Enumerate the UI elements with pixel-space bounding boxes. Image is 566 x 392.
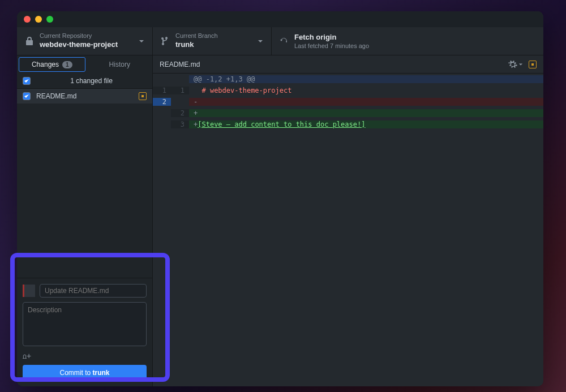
avatar [23, 285, 35, 297]
diff-pane: README.md @@ -1,2 +1,3 @@ 1 1 # webdev-t… [153, 55, 543, 386]
changed-files-summary: 1 changed file [36, 77, 147, 85]
fetch-label: Fetch origin [294, 33, 535, 42]
line-number-new: 1 [171, 87, 189, 94]
app-window: Current Repository webdev-theme-project … [17, 11, 543, 386]
line-number-new: 3 [171, 120, 189, 128]
changes-count-badge: 1 [62, 61, 72, 68]
minimize-icon[interactable] [35, 16, 42, 23]
diff-line[interactable]: # webdev-theme-project [189, 87, 543, 94]
diff-filename: README.md [160, 61, 503, 68]
sidebar-tabs: Changes 1 History [17, 55, 152, 74]
toolbar: Current Repository webdev-theme-project … [17, 27, 543, 55]
file-name: README.md [36, 92, 139, 100]
diff-line-added[interactable]: +[Steve — add content to this doc please… [189, 120, 543, 128]
chevron-down-icon [518, 60, 523, 69]
branch-icon [161, 37, 170, 46]
modified-icon [529, 61, 537, 68]
hunk-header: @@ -1,2 +1,3 @@ [189, 75, 543, 83]
modified-icon [139, 92, 147, 100]
sidebar: Changes 1 History 1 changed file README.… [17, 55, 153, 386]
line-number-old: 1 [153, 87, 171, 94]
close-icon[interactable] [24, 16, 31, 23]
titlebar [17, 11, 543, 27]
fetch-sub: Last fetched 7 minutes ago [294, 42, 535, 49]
current-branch-dropdown[interactable]: Current Branch trunk [153, 27, 272, 55]
file-row[interactable]: README.md [17, 89, 152, 104]
commit-summary-input[interactable] [40, 284, 147, 298]
tab-changes-label: Changes [32, 61, 59, 68]
sync-icon [280, 37, 289, 46]
branch-label: Current Branch [175, 32, 258, 40]
commit-description-input[interactable] [23, 302, 147, 346]
diff-line-deleted[interactable]: - [189, 98, 543, 106]
fetch-origin-button[interactable]: Fetch origin Last fetched 7 minutes ago [272, 27, 543, 55]
repo-label: Current Repository [40, 32, 139, 40]
commit-panel: ⩍+ Commit to trunk [17, 278, 152, 386]
add-coauthor-button[interactable]: ⩍+ [23, 351, 31, 360]
line-number-new: 2 [171, 109, 189, 117]
select-all-checkbox[interactable] [23, 77, 31, 85]
diff-line-added[interactable]: + [189, 109, 543, 117]
chevron-down-icon [139, 38, 144, 44]
file-checkbox[interactable] [23, 92, 31, 100]
branch-value: trunk [175, 40, 258, 50]
current-repository-dropdown[interactable]: Current Repository webdev-theme-project [17, 27, 153, 55]
line-number-old: 2 [153, 98, 171, 106]
tab-changes[interactable]: Changes 1 [19, 57, 85, 72]
changed-files-header: 1 changed file [17, 74, 152, 89]
repo-value: webdev-theme-project [40, 40, 139, 50]
commit-button[interactable]: Commit to trunk [23, 365, 147, 381]
maximize-icon[interactable] [46, 16, 53, 23]
chevron-down-icon [258, 38, 263, 44]
tab-history[interactable]: History [87, 55, 153, 74]
diff-header: README.md [153, 55, 543, 74]
lock-icon [25, 37, 34, 46]
gear-icon[interactable] [508, 60, 517, 69]
commit-button-branch: trunk [93, 369, 110, 377]
commit-button-prefix: Commit to [59, 369, 92, 377]
tab-history-label: History [109, 61, 130, 68]
diff-content: @@ -1,2 +1,3 @@ 1 1 # webdev-theme-proje… [153, 74, 543, 130]
